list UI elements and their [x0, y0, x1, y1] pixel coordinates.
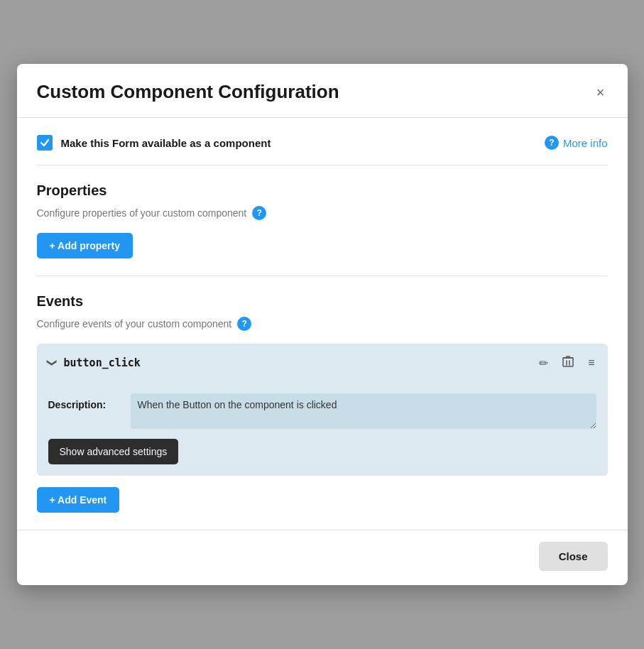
modal-dialog: Custom Component Configuration × Make th… [17, 64, 628, 585]
checkbox-left: Make this Form available as a component [37, 135, 271, 151]
description-textarea[interactable]: When the Button on the component is clic… [131, 393, 596, 429]
description-field-row: Description: When the Button on the comp… [48, 393, 596, 429]
more-info-link[interactable]: ? More info [545, 136, 608, 150]
make-component-checkbox[interactable] [37, 135, 53, 151]
menu-event-button[interactable]: ≡ [586, 355, 596, 371]
delete-event-button[interactable] [561, 354, 575, 372]
properties-section: Properties Configure properties of your … [37, 182, 608, 258]
more-info-label: More info [563, 137, 608, 149]
modal-title: Custom Component Configuration [37, 81, 339, 103]
check-icon [40, 138, 50, 148]
properties-help-icon[interactable]: ? [252, 206, 266, 220]
make-component-label: Make this Form available as a component [61, 137, 271, 149]
events-title: Events [37, 293, 608, 310]
event-body: Description: When the Button on the comp… [37, 382, 608, 476]
events-section: Events Configure events of your custom c… [37, 293, 608, 513]
event-card: ❯ button_click ✏ [37, 344, 608, 476]
description-label: Description: [48, 393, 119, 410]
event-header: ❯ button_click ✏ [37, 344, 608, 382]
modal-header: Custom Component Configuration × [17, 64, 628, 118]
event-header-left: ❯ button_click [48, 356, 141, 369]
modal-footer: Close [17, 530, 628, 585]
edit-event-button[interactable]: ✏ [537, 355, 550, 371]
events-help-icon[interactable]: ? [237, 317, 251, 331]
chevron-down-icon[interactable]: ❯ [47, 359, 58, 367]
modal-body: Make this Form available as a component … [17, 118, 628, 530]
properties-desc: Configure properties of your custom comp… [37, 206, 608, 220]
more-info-icon: ? [545, 136, 559, 150]
events-desc: Configure events of your custom componen… [37, 317, 608, 331]
close-footer-button[interactable]: Close [539, 542, 608, 571]
make-component-row: Make this Form available as a component … [37, 135, 608, 165]
svg-rect-0 [563, 358, 573, 366]
properties-title: Properties [37, 182, 608, 199]
section-divider [37, 276, 608, 276]
add-event-button[interactable]: + Add Event [37, 487, 120, 513]
modal-close-button[interactable]: × [594, 82, 608, 102]
add-property-button[interactable]: + Add property [37, 233, 133, 258]
modal-backdrop: Custom Component Configuration × Make th… [0, 0, 644, 649]
event-actions: ✏ ≡ [537, 354, 596, 372]
event-name: button_click [64, 356, 141, 369]
show-advanced-settings-button[interactable]: Show advanced settings [48, 439, 179, 464]
